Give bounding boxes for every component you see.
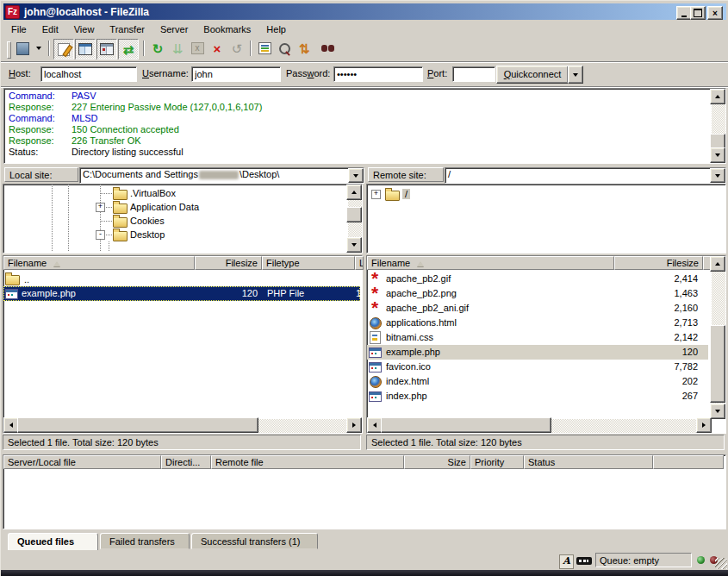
scroll-down-button[interactable]: [710, 404, 725, 419]
menu-transfer[interactable]: Transfer: [102, 22, 152, 36]
expand-icon[interactable]: +: [96, 203, 105, 212]
file-row[interactable]: favicon.ico7,782: [367, 360, 708, 374]
menu-server[interactable]: Server: [152, 22, 196, 36]
tree-item-label: .VirtualBox: [130, 188, 176, 198]
file-row-selected[interactable]: example.php120: [367, 345, 708, 360]
local-site-dropdown[interactable]: [348, 168, 364, 183]
php-file-icon: [369, 347, 382, 358]
find-files-button[interactable]: [314, 39, 333, 58]
queue-column-direction[interactable]: Directi...: [161, 455, 211, 469]
cancel-operation-button[interactable]: x: [188, 39, 207, 58]
disconnect-button[interactable]: ×: [208, 39, 227, 58]
password-input[interactable]: [333, 66, 423, 82]
filter-button[interactable]: [255, 39, 274, 58]
queue-column-size[interactable]: Size: [404, 455, 470, 469]
scroll-up-button[interactable]: [710, 256, 725, 272]
filezilla-logo-icon[interactable]: Fz: [5, 5, 20, 19]
column-header-lastmodified[interactable]: L: [355, 256, 364, 270]
column-header-filename[interactable]: Filename: [367, 256, 614, 270]
menu-edit[interactable]: Edit: [34, 22, 66, 36]
reconnect-button[interactable]: ↺: [227, 39, 246, 58]
file-row-parent[interactable]: ..: [3, 272, 360, 286]
quickconnect-button[interactable]: Quickconnect: [496, 66, 569, 84]
toggle-log-view-button[interactable]: [53, 39, 74, 59]
scroll-up-button[interactable]: [346, 185, 362, 200]
queue-column-status[interactable]: Status: [524, 455, 653, 469]
scrollbar-thumb[interactable]: [346, 207, 362, 222]
column-header-filename[interactable]: Filename: [3, 256, 195, 270]
process-queue-button[interactable]: ⇊: [168, 39, 187, 58]
menu-bookmarks[interactable]: Bookmarks: [196, 22, 258, 36]
remote-treeview-icon: [100, 43, 114, 55]
chevron-down-icon: [36, 47, 41, 53]
tree-item-application-data[interactable]: + Application Data: [3, 200, 331, 214]
activity-indicator-green-icon: [697, 556, 705, 564]
scrollbar-thumb[interactable]: [17, 417, 258, 433]
quickconnect-dropdown[interactable]: [568, 66, 583, 84]
scroll-down-button[interactable]: [346, 237, 362, 253]
file-row[interactable]: index.php267: [367, 389, 708, 404]
column-header-filesize[interactable]: Filesize: [195, 256, 262, 270]
file-row[interactable]: index.html202: [367, 374, 708, 389]
scrollbar-thumb[interactable]: [710, 325, 725, 403]
scroll-right-button[interactable]: [696, 417, 712, 433]
remote-site-dropdown[interactable]: [710, 168, 725, 183]
filesize-cell: 120: [195, 288, 258, 298]
file-row[interactable]: *apache_pb2.png1,463: [367, 286, 708, 301]
file-row[interactable]: applications.html2,713: [367, 316, 708, 330]
toggle-queue-view-button[interactable]: ⇄: [118, 39, 139, 59]
tree-item-label: Cookies: [130, 216, 165, 226]
tab-queued-files[interactable]: Queued files: [8, 533, 98, 550]
remote-site-combobox[interactable]: /: [445, 167, 726, 184]
column-header-filetype[interactable]: Filetype: [262, 256, 355, 270]
menu-view[interactable]: View: [66, 22, 103, 36]
port-input[interactable]: [452, 66, 495, 82]
tree-item-desktop[interactable]: - Desktop: [3, 228, 331, 241]
file-row-selected[interactable]: example.php 120 PHP File 1: [3, 286, 360, 301]
transfer-type-ascii-icon[interactable]: A: [559, 554, 574, 569]
file-row[interactable]: *apache_pb2_ani.gif2,160: [367, 301, 708, 316]
menu-file[interactable]: File: [3, 22, 34, 36]
file-row[interactable]: *apache_pb2.gif2,414: [367, 272, 708, 286]
username-input[interactable]: [191, 66, 281, 82]
queue-status: Queue: empty: [595, 553, 692, 567]
folder-icon: [113, 231, 128, 241]
queue-column-server-local-file[interactable]: Server/Local file: [3, 455, 161, 469]
close-button[interactable]: ×: [707, 6, 723, 20]
queue-column-priority[interactable]: Priority: [470, 455, 524, 469]
local-site-combobox[interactable]: C:\Documents and Settings\Desktop\: [79, 167, 364, 184]
ico-file-icon: [369, 362, 382, 373]
refresh-button[interactable]: ↻: [148, 39, 167, 58]
log-line: Response:226 Transfer OK: [4, 135, 725, 147]
tree-item-virtualbox[interactable]: .VirtualBox: [3, 186, 331, 200]
tree-item-cookies[interactable]: Cookies: [3, 214, 331, 228]
host-input[interactable]: [40, 66, 137, 82]
sort-ascending-icon: [417, 261, 424, 266]
site-manager-dropdown[interactable]: [33, 39, 44, 58]
connection-indicator-icon[interactable]: [576, 557, 592, 565]
scroll-right-button[interactable]: [346, 417, 362, 433]
toggle-remote-tree-button[interactable]: [96, 39, 117, 59]
log-line: Status:Directory listing successful: [4, 147, 725, 158]
menu-help[interactable]: Help: [258, 22, 294, 36]
tab-successful-transfers[interactable]: Successful transfers (1): [191, 533, 318, 549]
toggle-local-tree-button[interactable]: [75, 39, 96, 59]
compare-button[interactable]: [275, 39, 294, 58]
tab-failed-transfers[interactable]: Failed transfers: [100, 533, 190, 549]
site-manager-button[interactable]: [13, 39, 32, 58]
scroll-up-button[interactable]: [710, 89, 725, 104]
scrollbar-thumb[interactable]: [381, 417, 551, 433]
tree-item-root[interactable]: + /: [367, 187, 720, 201]
expand-icon[interactable]: +: [371, 190, 381, 199]
resize-grip[interactable]: [715, 558, 727, 569]
file-row[interactable]: bitnami.css2,142: [367, 330, 708, 345]
column-header-filesize[interactable]: Filesize: [614, 256, 703, 270]
toolbar-grip[interactable]: [7, 41, 11, 59]
queue-column-remote-file[interactable]: Remote file: [211, 455, 404, 469]
collapse-icon[interactable]: -: [96, 230, 105, 240]
maximize-button[interactable]: [690, 6, 706, 20]
synchronized-browsing-button[interactable]: ⇅: [295, 39, 314, 58]
menu-bar: File Edit View Transfer Server Bookmarks…: [3, 21, 726, 37]
scroll-down-button[interactable]: [710, 147, 725, 163]
binoculars-icon: [321, 45, 327, 52]
